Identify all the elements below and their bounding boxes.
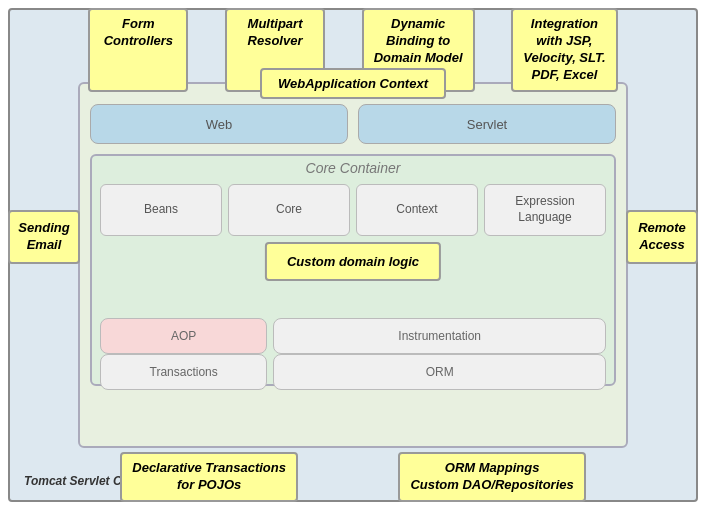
transactions-box: Transactions xyxy=(100,354,267,390)
sending-email-box: Sending Email xyxy=(8,210,80,264)
core-container: Core Container Beans Core Context Expres… xyxy=(90,154,616,386)
declarative-transactions-box: Declarative Transactions for POJOs xyxy=(120,452,298,502)
web-servlet-row: Web Servlet xyxy=(90,104,616,144)
context-box: Context xyxy=(356,184,478,236)
expression-language-box: Expression Language xyxy=(484,184,606,236)
beans-row: Beans Core Context Expression Language xyxy=(100,184,606,236)
orm-mappings-box: ORM Mappings Custom DAO/Repositories xyxy=(398,452,585,502)
outer-container: Spring Framework Runtime Tomcat Servlet … xyxy=(8,8,698,502)
core-container-label: Core Container xyxy=(306,160,401,176)
instrumentation-box: Instrumentation xyxy=(273,318,606,354)
aop-box: AOP xyxy=(100,318,267,354)
integration-box: Integration with JSP, Velocity, SLT. PDF… xyxy=(511,8,617,92)
custom-domain-box: Custom domain logic xyxy=(265,242,441,281)
servlet-box: Servlet xyxy=(358,104,616,144)
form-controllers-box: Form Controllers xyxy=(88,8,188,92)
remote-access-box: Remote Access xyxy=(626,210,698,264)
web-box: Web xyxy=(90,104,348,144)
webapp-context-box: WebApplication Context xyxy=(260,68,446,99)
orm-box: ORM xyxy=(273,354,606,390)
aop-row: AOP Instrumentation xyxy=(100,318,606,354)
trans-row: Transactions ORM xyxy=(100,354,606,390)
beans-box: Beans xyxy=(100,184,222,236)
bottom-boxes: Declarative Transactions for POJOs ORM M… xyxy=(70,452,636,502)
spring-container: WebApplication Context Web Servlet Core … xyxy=(78,82,628,448)
core-box: Core xyxy=(228,184,350,236)
